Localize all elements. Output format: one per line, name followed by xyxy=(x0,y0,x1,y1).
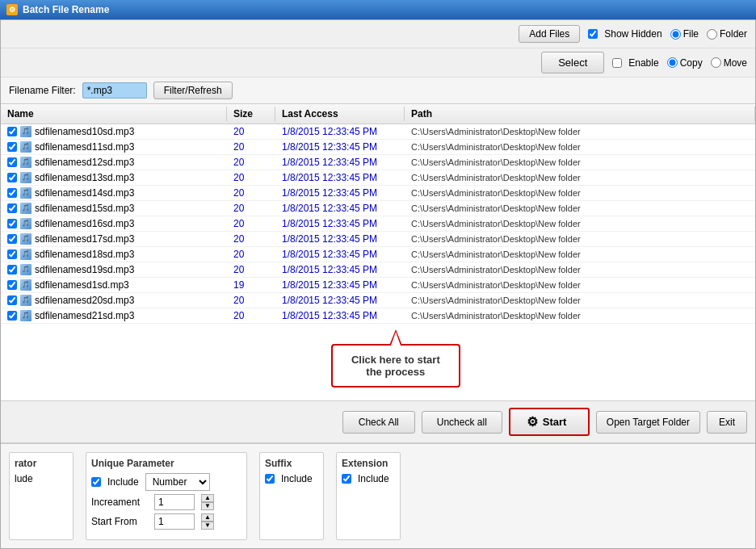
file-label: File xyxy=(683,28,699,40)
row-checkbox[interactable] xyxy=(7,127,17,136)
move-radio[interactable] xyxy=(711,57,721,68)
row-checkbox[interactable] xyxy=(7,234,17,244)
file-type-icon: 🎵 xyxy=(20,310,32,321)
table-row[interactable]: 🎵 sdfilenamesd14sd.mp3 20 1/8/2015 12:33… xyxy=(1,186,755,201)
file-size: 20 xyxy=(227,186,275,200)
file-access: 1/8/2015 12:33:45 PM xyxy=(275,186,405,200)
row-checkbox[interactable] xyxy=(7,173,17,182)
file-list-header: Name Size Last Access Path xyxy=(1,104,755,124)
file-size: 20 xyxy=(227,308,275,323)
start-from-spinner[interactable]: ▲ ▼ xyxy=(201,513,214,530)
table-row[interactable]: 🎵 sdfilenamesd13sd.mp3 20 1/8/2015 12:33… xyxy=(1,170,755,186)
file-access: 1/8/2015 12:33:45 PM xyxy=(275,170,405,185)
file-path: C:\Users\Administrator\Desktop\New folde… xyxy=(405,233,755,245)
suffix-section: Suffix Include xyxy=(259,452,324,540)
file-radio-option: File xyxy=(670,28,699,40)
file-size: 20 xyxy=(227,216,275,231)
suffix-include-row: Include xyxy=(265,473,318,484)
file-size: 20 xyxy=(227,201,275,216)
table-row[interactable]: 🎵 sdfilenamesd17sd.mp3 20 1/8/2015 12:33… xyxy=(1,232,755,247)
app-title: Batch File Rename xyxy=(23,4,109,15)
file-path: C:\Users\Administrator\Desktop\New folde… xyxy=(405,140,755,153)
file-access: 1/8/2015 12:33:45 PM xyxy=(275,216,405,231)
check-all-button[interactable]: Check All xyxy=(342,411,415,434)
start-button[interactable]: ⚙ Start xyxy=(509,408,590,436)
add-files-button[interactable]: Add Files xyxy=(519,25,580,43)
start-from-row: Start From ▲ ▼ xyxy=(91,513,242,530)
file-size: 20 xyxy=(227,262,275,277)
copy-radio[interactable] xyxy=(667,57,678,68)
toolbar-row-2: Select Enable Copy Move xyxy=(1,48,755,78)
file-size: 20 xyxy=(227,247,275,262)
start-from-down[interactable]: ▼ xyxy=(201,522,214,530)
open-target-button[interactable]: Open Target Folder xyxy=(596,411,700,434)
unique-include-checkbox[interactable] xyxy=(91,477,101,487)
table-row[interactable]: 🎵 sdfilenamesd16sd.mp3 20 1/8/2015 12:33… xyxy=(1,216,755,232)
file-type-icon: 🎵 xyxy=(20,279,32,291)
file-name: sdfilenamesd18sd.mp3 xyxy=(35,249,134,260)
start-from-label: Start From xyxy=(91,516,148,527)
suffix-include-label: Include xyxy=(281,473,313,484)
table-row[interactable]: 🎵 sdfilenamesd20sd.mp3 20 1/8/2015 12:33… xyxy=(1,293,755,308)
col-name: Name xyxy=(1,107,227,121)
row-checkbox[interactable] xyxy=(7,311,17,321)
uncheck-all-button[interactable]: Uncheck all xyxy=(422,411,502,434)
increment-up[interactable]: ▲ xyxy=(201,494,214,502)
table-row[interactable]: 🎵 sdfilenamesd15sd.mp3 20 1/8/2015 12:33… xyxy=(1,201,755,216)
file-name: sdfilenamesd19sd.mp3 xyxy=(35,264,134,275)
file-type-icon: 🎵 xyxy=(20,157,32,168)
extension-include-label: Include xyxy=(358,473,389,484)
action-bar: Check All Uncheck all ⚙ Start Click here… xyxy=(1,401,755,443)
move-label: Move xyxy=(724,57,747,69)
generator-include-label: lude xyxy=(15,473,33,484)
filter-refresh-button[interactable]: Filter/Refresh xyxy=(153,82,233,99)
enable-label: Enable xyxy=(628,57,658,69)
increment-down[interactable]: ▼ xyxy=(201,502,214,510)
file-name: sdfilenamesd1sd.mp3 xyxy=(35,279,129,291)
file-path: C:\Users\Administrator\Desktop\New folde… xyxy=(405,248,755,261)
table-row[interactable]: 🎵 sdfilenamesd11sd.mp3 20 1/8/2015 12:33… xyxy=(1,140,755,155)
increment-input[interactable] xyxy=(154,494,195,510)
extension-include-row: Include xyxy=(342,473,395,484)
enable-checkbox[interactable] xyxy=(612,58,622,68)
tooltip-arrow xyxy=(389,329,402,346)
row-checkbox[interactable] xyxy=(7,203,17,213)
extension-include-checkbox[interactable] xyxy=(342,474,351,484)
file-radio[interactable] xyxy=(670,29,681,40)
table-row[interactable]: 🎵 sdfilenamesd12sd.mp3 20 1/8/2015 12:33… xyxy=(1,155,755,170)
copy-radio-option: Copy xyxy=(667,57,703,69)
file-access: 1/8/2015 12:33:45 PM xyxy=(275,308,405,323)
move-radio-option: Move xyxy=(711,57,747,69)
file-path: C:\Users\Administrator\Desktop\New folde… xyxy=(405,186,755,199)
file-path: C:\Users\Administrator\Desktop\New folde… xyxy=(405,171,755,184)
row-checkbox[interactable] xyxy=(7,142,17,152)
increment-row: Increament ▲ ▼ xyxy=(91,494,242,510)
file-name: sdfilenamesd21sd.mp3 xyxy=(35,310,134,321)
file-type-icon: 🎵 xyxy=(20,295,32,306)
increment-spinner[interactable]: ▲ ▼ xyxy=(201,494,214,510)
select-button[interactable]: Select xyxy=(541,52,604,73)
start-from-up[interactable]: ▲ xyxy=(201,513,214,522)
row-checkbox[interactable] xyxy=(7,280,17,290)
row-checkbox[interactable] xyxy=(7,249,17,259)
row-checkbox[interactable] xyxy=(7,295,17,305)
table-row[interactable]: 🎵 sdfilenamesd21sd.mp3 20 1/8/2015 12:33… xyxy=(1,308,755,324)
table-row[interactable]: 🎵 sdfilenamesd19sd.mp3 20 1/8/2015 12:33… xyxy=(1,262,755,278)
suffix-include-checkbox[interactable] xyxy=(265,474,275,484)
folder-radio[interactable] xyxy=(707,29,717,40)
unique-type-dropdown[interactable]: Number Date GUID xyxy=(145,473,210,491)
file-path: C:\Users\Administrator\Desktop\New folde… xyxy=(405,217,755,230)
table-row[interactable]: 🎵 sdfilenamesd1sd.mp3 19 1/8/2015 12:33:… xyxy=(1,278,755,293)
start-from-input[interactable] xyxy=(154,513,195,530)
row-checkbox[interactable] xyxy=(7,219,17,228)
row-checkbox[interactable] xyxy=(7,157,17,167)
table-row[interactable]: 🎵 sdfilenamesd10sd.mp3 20 1/8/2015 12:33… xyxy=(1,124,755,140)
exit-button[interactable]: Exit xyxy=(707,411,747,434)
table-row[interactable]: 🎵 sdfilenamesd18sd.mp3 20 1/8/2015 12:33… xyxy=(1,247,755,262)
filter-input[interactable] xyxy=(82,82,147,98)
row-checkbox[interactable] xyxy=(7,265,17,274)
toolbar-row-1: Add Files Show Hidden File Folder xyxy=(1,20,755,48)
show-hidden-checkbox[interactable] xyxy=(588,29,598,39)
increment-label: Increament xyxy=(91,497,148,508)
row-checkbox[interactable] xyxy=(7,188,17,198)
